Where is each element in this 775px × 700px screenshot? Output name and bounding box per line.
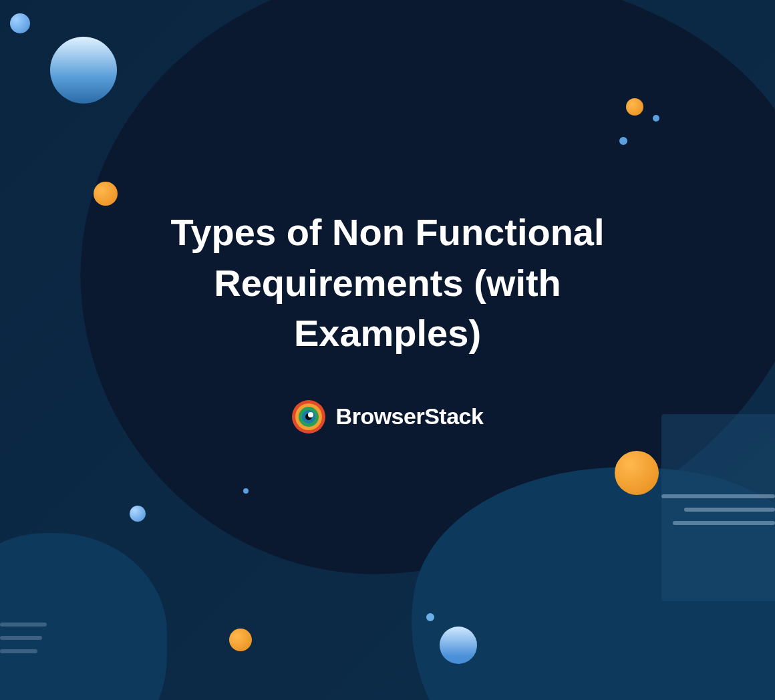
hero-title: Types of Non Functional Requirements (wi… bbox=[120, 207, 655, 359]
brand-name: BrowserStack bbox=[336, 403, 484, 429]
brand-row: BrowserStack bbox=[292, 400, 484, 433]
browserstack-logo-icon bbox=[292, 400, 325, 433]
